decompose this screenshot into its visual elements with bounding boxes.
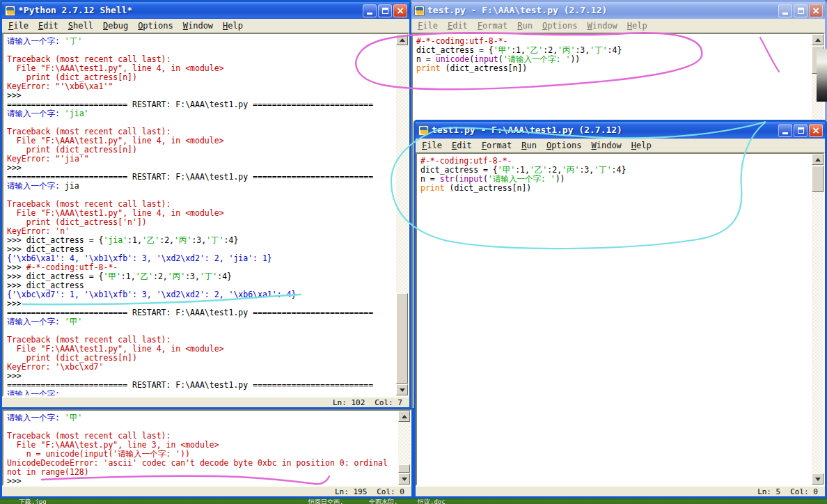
statusbar-output: Ln: 195 Col: 0 xyxy=(2,486,411,496)
test1-vertical-scrollbar[interactable] xyxy=(812,154,824,485)
output-console-area[interactable]: 请输入一个字: '甲' Traceback (most recent call … xyxy=(3,411,398,485)
minimize-button[interactable] xyxy=(778,4,792,17)
titlebar-shell[interactable]: *Python 2.7.12 Shell* × xyxy=(2,2,409,19)
python-idle-icon xyxy=(5,6,15,16)
window-title: test.py - F:\AAA\test.py (2.7.12) xyxy=(427,2,777,19)
menu-run[interactable]: Run xyxy=(517,139,542,152)
text-line: >>> xyxy=(7,477,398,485)
menu-options[interactable]: Options xyxy=(537,19,583,32)
menu-file[interactable]: File xyxy=(417,139,447,152)
text-line: ========================= RESTART: F:\AA… xyxy=(7,381,396,390)
text-line: print (dict_actress[n]) xyxy=(416,64,812,73)
text-line: not in range(128) xyxy=(7,468,398,477)
menu-format[interactable]: Format xyxy=(477,139,517,152)
text-line: print (dict_actress[n]) xyxy=(420,184,812,193)
minimize-button[interactable] xyxy=(363,4,377,17)
window-test1-editor: test1.py - F:\AAA\test1.py (2.7.12) × Fi… xyxy=(414,120,827,498)
desktop-icon-label[interactable]: 恒议.doc xyxy=(418,499,446,504)
text-line: 请输入一个字: '甲' xyxy=(7,414,398,423)
scrollbar-thumb[interactable] xyxy=(398,464,410,473)
menu-window[interactable]: Window xyxy=(178,19,218,32)
python-idle-icon xyxy=(414,6,425,16)
menu-help[interactable]: Help xyxy=(622,19,652,32)
text-line: {'\xbc\xd7': 1, '\xb1\xfb': 3, '\xd2\xd2… xyxy=(7,290,396,299)
window-title: test1.py - F:\AAA\test1.py (2.7.12) xyxy=(432,122,777,139)
menu-file[interactable]: File xyxy=(3,19,33,32)
statusbar-test1: Ln: 5 Col: 0 xyxy=(416,486,825,496)
window-title: *Python 2.7.12 Shell* xyxy=(18,2,361,19)
text-line: KeyError: '\xbc\xd7' xyxy=(7,363,396,372)
close-button[interactable]: × xyxy=(809,124,823,137)
desktop-wallpaper-strip: 下载.jpg恒阅日空画.全面水印.恒议.doc xyxy=(0,498,827,504)
menu-help[interactable]: Help xyxy=(218,19,248,32)
menu-help[interactable]: Help xyxy=(627,139,656,152)
menu-shell[interactable]: Shell xyxy=(63,19,98,32)
test1-code-area[interactable]: #-*-coding:utf-8-*-dict_actress = {'甲':1… xyxy=(417,154,812,485)
menubar-testpy: FileEditFormatRunOptionsWindowHelp xyxy=(411,19,825,33)
text-line: 请输入一个字: '丁' xyxy=(7,37,396,46)
desktop-icon-label[interactable]: 全面水印. xyxy=(369,499,397,504)
line-indicator: Ln: 102 xyxy=(330,398,372,407)
window-python-shell: *Python 2.7.12 Shell* × FileEditShellDeb… xyxy=(0,0,411,409)
arrow-down-icon xyxy=(402,478,407,481)
menu-debug[interactable]: Debug xyxy=(98,19,133,32)
arrow-down-icon xyxy=(815,478,821,481)
window-shell-output: 请输入一个字: '甲' Traceback (most recent call … xyxy=(0,408,414,498)
titlebar-testpy[interactable]: test.py - F:\AAA\test.py (2.7.12) × xyxy=(411,2,825,19)
text-line: 请输入一个字: 'jia' xyxy=(7,109,396,118)
scrollbar-thumb[interactable] xyxy=(812,166,824,192)
shell-vertical-scrollbar[interactable] xyxy=(396,34,408,395)
scroll-down-button[interactable] xyxy=(396,384,408,395)
column-indicator: Col: 7 xyxy=(372,398,409,407)
menu-options[interactable]: Options xyxy=(133,19,178,32)
desktop-photo-fragment xyxy=(817,49,827,102)
menu-edit[interactable]: Edit xyxy=(447,139,477,152)
titlebar-test1[interactable]: test1.py - F:\AAA\test1.py (2.7.12) × xyxy=(416,122,825,139)
arrow-up-icon xyxy=(815,38,821,42)
python-idle-icon xyxy=(418,125,429,136)
text-line: KeyError: "'\xb6\xa1'" xyxy=(7,82,396,91)
maximize-button[interactable] xyxy=(378,4,392,17)
text-line: 请输入一个字: xyxy=(7,390,396,395)
line-indicator: Ln: 195 xyxy=(332,487,374,496)
minimize-button[interactable] xyxy=(778,124,792,137)
menubar-shell: FileEditShellDebugOptionsWindowHelp xyxy=(2,19,409,33)
shell-console-area[interactable]: 请输入一个字: '丁' Traceback (most recent call … xyxy=(3,34,396,395)
scrollbar-thumb[interactable] xyxy=(396,293,408,384)
menu-format[interactable]: Format xyxy=(473,19,512,32)
desktop-icon-label[interactable]: 恒阅日空画. xyxy=(308,499,343,504)
scroll-up-button[interactable] xyxy=(398,411,410,422)
close-button[interactable]: × xyxy=(393,4,407,17)
output-vertical-scrollbar[interactable] xyxy=(398,411,410,485)
menu-edit[interactable]: Edit xyxy=(33,19,63,32)
statusbar-shell: Ln: 102 Col: 7 xyxy=(2,397,409,407)
menubar-test1: FileEditFormatRunOptionsWindowHelp xyxy=(416,139,825,152)
maximize-button[interactable] xyxy=(794,4,808,17)
scroll-down-button[interactable] xyxy=(398,473,410,485)
menu-options[interactable]: Options xyxy=(542,139,587,152)
arrow-up-icon xyxy=(815,158,821,162)
text-line: 请输入一个字: jia xyxy=(7,182,396,191)
arrow-down-icon xyxy=(400,388,405,392)
arrow-up-icon xyxy=(400,38,405,42)
text-line: KeyError: "'jia'" xyxy=(7,155,396,164)
scroll-up-button[interactable] xyxy=(812,34,824,45)
arrow-up-icon xyxy=(402,415,407,418)
desktop-icon-label[interactable]: 下载.jpg xyxy=(19,499,47,504)
maximize-button[interactable] xyxy=(794,124,808,137)
menu-edit[interactable]: Edit xyxy=(443,19,473,32)
scroll-down-button[interactable] xyxy=(812,473,824,485)
menu-file[interactable]: File xyxy=(413,19,443,32)
close-button[interactable]: × xyxy=(809,4,823,17)
column-indicator: Col: 0 xyxy=(787,487,825,496)
column-indicator: Col: 0 xyxy=(374,487,411,496)
scroll-up-button[interactable] xyxy=(812,154,824,165)
line-indicator: Ln: 5 xyxy=(755,487,787,496)
menu-window[interactable]: Window xyxy=(586,139,626,152)
menu-run[interactable]: Run xyxy=(512,19,537,32)
scroll-up-button[interactable] xyxy=(396,34,408,45)
text-line: 请输入一个字: '甲' xyxy=(7,317,396,326)
menu-window[interactable]: Window xyxy=(582,19,622,32)
